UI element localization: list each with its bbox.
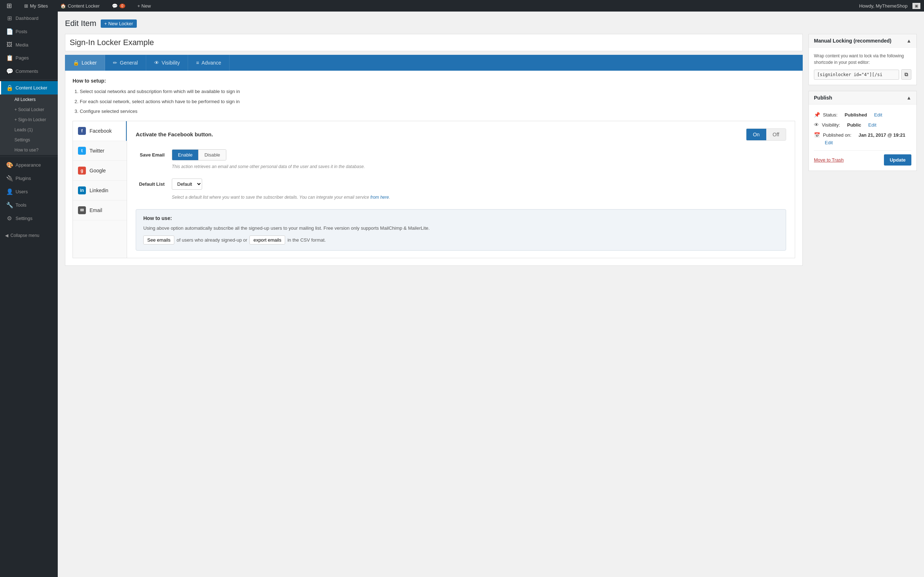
site-name-label: Content Locker	[68, 3, 100, 9]
toggle-group: On Off	[746, 128, 786, 141]
google-icon: g	[78, 167, 86, 174]
copy-icon: ⧉	[905, 71, 908, 77]
social-nav-linkedin[interactable]: in Linkedin	[73, 181, 127, 200]
tab-locker[interactable]: 🔒 Locker	[65, 55, 105, 71]
default-list-label: Default List	[136, 179, 165, 187]
my-sites-label: My Sites	[30, 3, 48, 9]
enable-disable-group: Enable Disable	[172, 149, 226, 161]
status-row: 📌 Status: Published Edit	[814, 110, 911, 120]
twitter-icon: t	[78, 147, 86, 155]
general-tab-icon: ✏	[113, 60, 117, 66]
sidebar-item-comments[interactable]: 💬 Comments	[0, 64, 58, 78]
sidebar-item-media[interactable]: 🖼 Media	[0, 38, 58, 51]
sidebar-item-settings[interactable]: ⚙ Settings	[0, 212, 58, 225]
enable-button[interactable]: Enable	[172, 150, 198, 160]
sidebar-item-tools[interactable]: 🔧 Tools	[0, 198, 58, 212]
content-locker-icon: 🔒	[6, 84, 13, 91]
submenu-how-to-use[interactable]: How to use?	[0, 145, 58, 155]
shortcode-row: ⧉	[814, 69, 911, 80]
default-list-select[interactable]: Default	[172, 179, 202, 190]
export-emails-button[interactable]: export emails	[249, 235, 285, 245]
comments-item[interactable]: 💬 0	[109, 0, 128, 11]
submenu-leads[interactable]: Leads (1)	[0, 125, 58, 135]
publish-header[interactable]: Publish ▲	[809, 91, 916, 105]
pages-icon: 📋	[6, 55, 13, 61]
tab-advance[interactable]: ≡ Advance	[188, 55, 229, 71]
social-nav-google[interactable]: g Google	[73, 161, 127, 181]
submenu-sign-in-locker[interactable]: + Sign-In Locker	[0, 115, 58, 125]
edit-date-link[interactable]: Edit	[825, 140, 833, 145]
social-nav-email[interactable]: ✉ Email	[73, 200, 127, 220]
users-icon: 👤	[6, 188, 13, 195]
social-nav-facebook[interactable]: f Facebook	[73, 121, 127, 141]
admin-bar: ⊞ ⊞ My Sites 🏠 Content Locker 💬 0 + New …	[0, 0, 924, 11]
wp-logo-item[interactable]: ⊞	[3, 0, 15, 11]
submenu-settings[interactable]: Settings	[0, 135, 58, 145]
tab-visibility[interactable]: 👁 Visibility	[146, 55, 188, 71]
sidebar-item-posts[interactable]: 📄 Posts	[0, 25, 58, 38]
media-icon: 🖼	[6, 42, 13, 48]
sidebar-item-pages[interactable]: 📋 Pages	[0, 51, 58, 64]
email-label: Email	[89, 207, 102, 213]
sidebar-item-appearance[interactable]: 🎨 Appearance	[0, 158, 58, 172]
visibility-label: Visibility:	[822, 122, 840, 128]
content-wrap: 🔒 Locker ✏ General 👁 Visibility ≡ Advanc…	[65, 34, 917, 266]
sidebar-area: Manual Locking (recommended) ▲ Wrap cont…	[809, 34, 917, 177]
sidebar-item-label: Appearance	[16, 162, 41, 168]
sidebar-item-dashboard[interactable]: ⊞ Dashboard	[0, 11, 58, 25]
social-nav-twitter[interactable]: t Twitter	[73, 141, 127, 161]
new-content-item[interactable]: + New	[135, 0, 154, 11]
new-content-label: + New	[137, 3, 151, 9]
how-to-use-heading: How to use:	[143, 215, 779, 221]
post-title-input[interactable]	[65, 34, 803, 51]
sidebar-item-label: Plugins	[16, 176, 31, 181]
new-locker-button[interactable]: + New Locker	[101, 19, 137, 28]
manual-locking-header[interactable]: Manual Locking (recommended) ▲	[809, 34, 916, 48]
in-csv-text: in the CSV format.	[287, 237, 326, 243]
sidebar-item-users[interactable]: 👤 Users	[0, 185, 58, 198]
twitter-label: Twitter	[89, 148, 104, 154]
tab-general[interactable]: ✏ General	[105, 55, 146, 71]
publish-box: Publish ▲ 📌 Status: Published Edit	[809, 91, 917, 171]
new-locker-label: + New Locker	[104, 21, 133, 26]
facebook-content: Activate the Facebook button. On Off Sav…	[127, 121, 795, 258]
email-icon: ✉	[78, 206, 86, 214]
linkedin-label: Linkedin	[89, 187, 108, 193]
locker-tab-icon: 🔒	[73, 60, 79, 66]
dashboard-icon: ⊞	[6, 15, 13, 22]
collapse-menu-btn[interactable]: ◀ Collapse menu	[0, 229, 58, 242]
tab-bar: 🔒 Locker ✏ General 👁 Visibility ≡ Advanc…	[65, 55, 803, 71]
copy-shortcode-button[interactable]: ⧉	[901, 69, 911, 80]
activate-row: Activate the Facebook button. On Off	[136, 128, 786, 141]
from-here-link[interactable]: from here	[370, 195, 389, 200]
tab-visibility-label: Visibility	[162, 60, 180, 66]
my-sites-item[interactable]: ⊞ My Sites	[21, 0, 51, 11]
sidebar-item-content-locker[interactable]: 🔒 Content Locker	[0, 81, 58, 95]
edit-visibility-link[interactable]: Edit	[868, 122, 876, 128]
collapse-menu-label: Collapse menu	[10, 233, 39, 238]
toggle-off-button[interactable]: Off	[766, 129, 786, 140]
update-button[interactable]: Update	[884, 154, 911, 166]
see-emails-button[interactable]: See emails	[143, 235, 174, 245]
sidebar-item-label: Media	[16, 42, 28, 48]
sidebar-item-plugins[interactable]: 🔌 Plugins	[0, 172, 58, 185]
submenu-all-lockers[interactable]: All Lockers	[0, 95, 58, 105]
advance-tab-icon: ≡	[196, 60, 199, 66]
move-to-trash-link[interactable]: Move to Trash	[814, 157, 843, 163]
sidebar-item-label: Comments	[16, 69, 38, 74]
wp-logo-icon: ⊞	[6, 2, 12, 10]
toggle-on-button[interactable]: On	[746, 129, 766, 140]
disable-button[interactable]: Disable	[198, 150, 226, 160]
submenu-social-locker[interactable]: + Social Locker	[0, 105, 58, 115]
shortcode-input[interactable]	[814, 69, 899, 80]
site-name-item[interactable]: 🏠 Content Locker	[57, 0, 102, 11]
tab-locker-label: Locker	[82, 60, 97, 66]
plugins-icon: 🔌	[6, 175, 13, 182]
visibility-icon: 👁	[814, 122, 819, 128]
save-email-label: Save Email	[136, 149, 165, 158]
save-email-row: Save Email Enable Disable This action re…	[136, 149, 786, 170]
edit-status-link[interactable]: Edit	[874, 112, 882, 118]
how-to-use-box: How to use: Using above option automatic…	[136, 209, 786, 251]
content-locker-submenu: All Lockers + Social Locker + Sign-In Lo…	[0, 95, 58, 155]
sidebar-item-label: Pages	[16, 55, 29, 61]
